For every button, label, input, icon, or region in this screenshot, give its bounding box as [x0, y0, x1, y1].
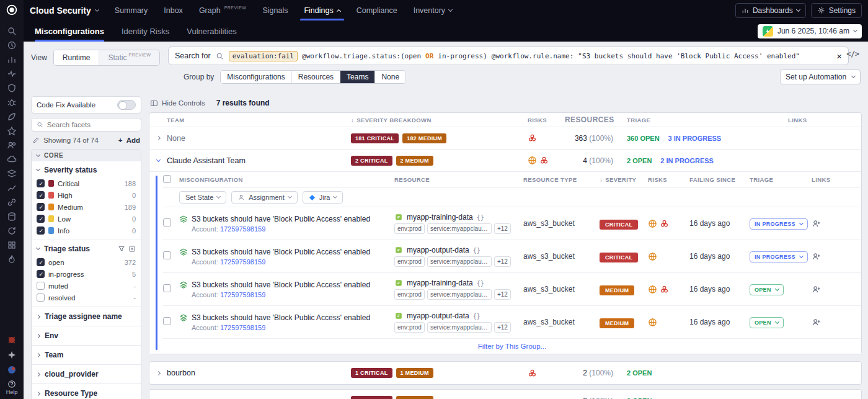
add-facet-button[interactable]: + Add — [118, 137, 140, 144]
facet-item-low[interactable]: Low0 — [37, 213, 136, 225]
checkbox-checked[interactable] — [37, 270, 45, 278]
expand-chevron-icon[interactable] — [156, 136, 160, 140]
dashboards-button[interactable]: Dashboards — [735, 3, 806, 18]
row-checkbox[interactable] — [163, 218, 171, 226]
resource-name[interactable]: myapp-training-data — [407, 279, 473, 287]
nav-inventory[interactable]: Inventory — [414, 0, 452, 20]
set-state-button[interactable]: Set State — [179, 191, 226, 204]
finding-row[interactable]: S3 buckets should have 'Block Public Acc… — [163, 240, 861, 273]
facet-item-info[interactable]: Info0 — [37, 225, 136, 236]
select-all-checkbox[interactable] — [163, 175, 171, 183]
hide-controls-button[interactable]: Hide Controls — [150, 99, 205, 107]
pencil-icon[interactable] — [32, 137, 40, 144]
json-view-icon[interactable]: {} — [473, 247, 480, 254]
nav-graph[interactable]: GraphPREVIEW — [199, 0, 247, 20]
group-row-bourbon[interactable]: bourbon 1 CRITICAL1 MEDIUM 2 (100%) 2 OP… — [149, 362, 861, 384]
group-by-misconfigurations[interactable]: Misconfigurations — [221, 71, 291, 83]
checkbox-checked[interactable] — [37, 215, 45, 223]
checkbox-checked[interactable] — [37, 191, 45, 199]
tag-more-count[interactable]: +12 — [494, 256, 511, 267]
facet-resource-type[interactable]: Resource Type — [32, 383, 141, 399]
group-by-teams[interactable]: Teams — [340, 71, 374, 83]
static-button[interactable]: StaticPREVIEW — [99, 50, 159, 65]
help-button[interactable]: Help — [6, 380, 18, 395]
resource-name[interactable]: myapp-output-data — [407, 312, 469, 320]
apps-grid-icon[interactable] — [7, 240, 17, 250]
add-assignee-icon[interactable] — [812, 219, 821, 228]
assignment-button[interactable]: Assignment — [231, 191, 297, 204]
facet-search-input[interactable] — [47, 121, 136, 128]
sync-icon[interactable] — [7, 226, 17, 236]
facet-item-open[interactable]: open372 — [37, 256, 136, 268]
checkbox-checked[interactable] — [37, 203, 45, 211]
cloud-icon[interactable] — [7, 155, 17, 164]
checkbox-checked[interactable] — [37, 258, 45, 266]
facet-item-high[interactable]: High0 — [37, 189, 136, 201]
tag-more-count[interactable]: +12 — [494, 223, 511, 234]
facet-item-resolved[interactable]: resolved- — [37, 292, 136, 303]
bug-icon[interactable] — [7, 97, 17, 107]
checkbox-checked[interactable] — [37, 226, 45, 235]
app-logo[interactable] — [5, 3, 19, 17]
triage-status-select[interactable]: IN PROGRESS — [750, 218, 808, 230]
row-checkbox[interactable] — [163, 251, 171, 259]
account-id-link[interactable]: 172597598159 — [220, 258, 265, 266]
tab-identity-risks[interactable]: Identity Risks — [122, 20, 169, 42]
finding-row[interactable]: S3 buckets should have 'Block Public Acc… — [163, 207, 861, 240]
app-logo-icon[interactable] — [7, 365, 17, 375]
checkbox-checked[interactable] — [37, 179, 45, 187]
facet-cloud-provider[interactable]: cloud_provider — [32, 364, 141, 383]
setup-automation-select[interactable]: Set up Automation — [780, 69, 861, 84]
facet-item-in-progress[interactable]: in-progress5 — [37, 268, 136, 280]
red-app-icon[interactable] — [7, 335, 17, 345]
triage-status-header[interactable]: Triage status — [37, 244, 136, 253]
row-checkbox[interactable] — [163, 317, 171, 325]
finding-row[interactable]: S3 buckets should have 'Block Public Acc… — [163, 306, 861, 339]
misconfiguration-title[interactable]: S3 buckets should have 'Block Public Acc… — [192, 280, 370, 289]
tab-vulnerabilities[interactable]: Vulnerabilities — [187, 20, 236, 42]
nav-inbox[interactable]: Inbox — [164, 0, 183, 20]
facet-item-muted[interactable]: muted- — [37, 280, 136, 292]
resource-name[interactable]: myapp-output-data — [407, 246, 469, 254]
account-id-link[interactable]: 172597598159 — [220, 324, 265, 331]
date-picker[interactable]: Jun 6 2025, 10:46 am — [758, 24, 862, 38]
leaf-icon[interactable] — [7, 112, 17, 122]
account-id-link[interactable]: 172597598159 — [220, 225, 265, 233]
triage-status-select[interactable]: OPEN — [750, 317, 784, 328]
query-chip-evaluation-fail[interactable]: evaluation:fail — [229, 51, 298, 61]
nav-compliance[interactable]: Compliance — [356, 0, 397, 20]
add-assignee-icon[interactable] — [812, 252, 821, 261]
users-icon[interactable] — [7, 140, 17, 150]
facet-triage-assignee-name[interactable]: Triage assignee name — [32, 307, 141, 326]
col-severity-breakdown[interactable]: ↓SEVERITY BREAKDOWN — [351, 117, 528, 123]
facet-item-critical[interactable]: Critical188 — [37, 177, 136, 189]
group-by-resources[interactable]: Resources — [291, 71, 340, 83]
misconfiguration-title[interactable]: S3 buckets should have 'Block Public Acc… — [192, 248, 370, 256]
tag-more-count[interactable]: +12 — [494, 289, 511, 300]
database-icon[interactable] — [7, 212, 17, 222]
jira-button[interactable]: Jira — [303, 191, 343, 204]
col-severity[interactable]: ↓SEVERITY — [600, 176, 648, 183]
sparkle-icon[interactable] — [7, 350, 17, 360]
clear-filter-icon[interactable] — [128, 245, 136, 253]
search-bar[interactable]: Search for evaluation:fail @workflow.tri… — [168, 47, 849, 65]
group-row-claude-assistant-team[interactable]: Claude Assistant Team 2 CRITICAL2 MEDIUM… — [149, 149, 861, 171]
expand-chevron-icon[interactable] — [156, 370, 160, 375]
core-section-header[interactable]: CORE — [32, 150, 141, 161]
nav-summary[interactable]: Summary — [115, 0, 148, 20]
checkbox-unchecked[interactable] — [37, 294, 45, 302]
group-row-none[interactable]: None 181 CRITICAL182 MEDIUM 363 (100%) 3… — [149, 127, 861, 149]
row-checkbox[interactable] — [163, 284, 171, 292]
severity-status-header[interactable]: Severity status — [37, 166, 136, 174]
group-by-none[interactable]: None — [374, 71, 405, 83]
json-view-icon[interactable]: {} — [477, 214, 484, 221]
triage-status-select[interactable]: IN PROGRESS — [750, 251, 808, 262]
history-icon[interactable] — [7, 40, 17, 50]
misconfiguration-title[interactable]: S3 buckets should have 'Block Public Acc… — [192, 215, 370, 223]
search-icon[interactable] — [7, 26, 17, 36]
checkbox-unchecked[interactable] — [37, 282, 45, 290]
tab-misconfigurations[interactable]: Misconfigurations — [35, 20, 104, 42]
shield-icon[interactable] — [7, 83, 17, 93]
activity-icon[interactable] — [7, 69, 17, 79]
code-view-button[interactable]: </> — [846, 50, 859, 58]
